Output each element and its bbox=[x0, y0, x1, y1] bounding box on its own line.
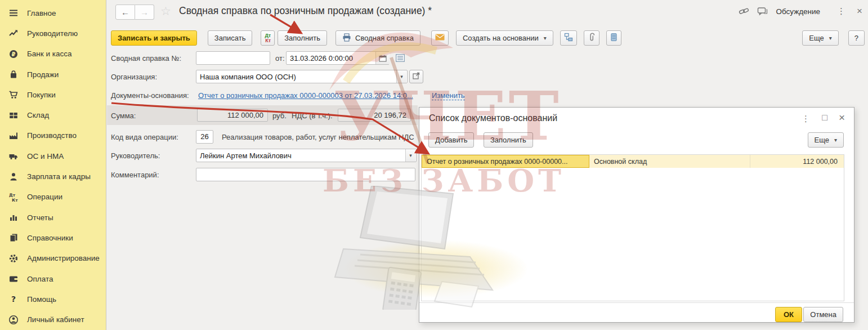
favorite-star-icon[interactable]: ☆ bbox=[160, 5, 171, 18]
save-close-button[interactable]: Записать и закрыть bbox=[111, 30, 197, 46]
dtkt-icon: ДтКт bbox=[8, 192, 19, 202]
sidebar-item-warehouse[interactable]: Склад bbox=[0, 105, 106, 125]
app-window: Главное Руководителю ₽ Банк и касса Прод… bbox=[0, 0, 868, 330]
organization-input[interactable]: Наша компания ООО (ОСН) ▾ bbox=[196, 70, 408, 83]
chevron-down-icon[interactable]: ▾ bbox=[405, 149, 415, 162]
row-document-cell[interactable]: Отчет о розничных продажах 0000-00000... bbox=[422, 155, 589, 168]
svg-text:?: ? bbox=[11, 295, 16, 304]
sum-value: 112 000,00 bbox=[197, 109, 268, 122]
more-button[interactable]: Еще ▾ bbox=[802, 30, 838, 46]
sidebar-item-main[interactable]: Главное bbox=[0, 3, 106, 23]
svg-text:₽: ₽ bbox=[12, 51, 16, 57]
page-title: Сводная справка по розничным продажам (с… bbox=[179, 5, 432, 17]
sidebar-item-reports[interactable]: Отчеты bbox=[0, 207, 106, 228]
question-icon: ? bbox=[8, 294, 19, 304]
sidebar-item-bank[interactable]: ₽ Банк и касса bbox=[0, 44, 106, 64]
sidebar-item-administration[interactable]: Администрирование bbox=[0, 248, 106, 269]
modal-fill-button[interactable]: Заполнить bbox=[484, 132, 533, 148]
ok-button[interactable]: ОК bbox=[775, 307, 802, 322]
sidebar-item-label: Склад bbox=[27, 111, 49, 119]
base-docs-link[interactable]: Отчет о розничных продажах 0000-000003 о… bbox=[198, 91, 413, 100]
row-warehouse-cell[interactable]: Основной склад bbox=[589, 155, 750, 168]
table-row[interactable]: Отчет о розничных продажах 0000-00000...… bbox=[422, 155, 844, 168]
create-based-label: Создать на основании bbox=[463, 34, 539, 42]
summary-report-label: Сводная справка bbox=[355, 34, 414, 42]
dtkt-icon: Дт Кт bbox=[265, 33, 271, 43]
number-input[interactable] bbox=[196, 51, 270, 65]
more-label: Еще bbox=[815, 136, 829, 144]
sidebar-item-account[interactable]: Личный кабинет bbox=[0, 309, 106, 329]
dtkt-postings-button[interactable]: Дт Кт bbox=[261, 30, 275, 46]
save-close-label: Записать и закрыть bbox=[118, 34, 190, 42]
modal-more-button[interactable]: Еще ▾ bbox=[808, 132, 844, 148]
row-amount-cell[interactable]: 112 000,00 bbox=[750, 155, 844, 168]
sidebar-item-payment[interactable]: Оплата bbox=[0, 269, 106, 289]
header-kebab-icon[interactable]: ⋮ bbox=[837, 7, 845, 15]
link-icon[interactable] bbox=[739, 7, 749, 16]
sidebar-item-production[interactable]: Производство bbox=[0, 126, 106, 146]
attachments-button[interactable] bbox=[584, 30, 599, 46]
bag-icon bbox=[8, 69, 19, 79]
structure-icon bbox=[564, 33, 573, 43]
account-icon bbox=[8, 315, 19, 325]
related-documents-button[interactable] bbox=[560, 30, 577, 46]
sidebar-item-help[interactable]: ? Помощь bbox=[0, 289, 106, 309]
person-icon bbox=[8, 172, 19, 182]
barchart-icon bbox=[8, 212, 19, 222]
sidebar-item-purchases[interactable]: Покупки bbox=[0, 84, 106, 105]
change-link[interactable]: Изменить bbox=[432, 91, 465, 100]
chevron-down-icon[interactable]: ▾ bbox=[396, 70, 406, 83]
fill-label: Заполнить bbox=[284, 34, 320, 42]
manager-value: Лейкин Артем Михайлович bbox=[200, 151, 405, 160]
fill-button[interactable]: Заполнить bbox=[278, 30, 327, 46]
forward-button[interactable]: → bbox=[135, 5, 154, 20]
sidebar-item-label: Оплата bbox=[27, 275, 53, 283]
date-label: от: bbox=[275, 54, 285, 63]
sidebar-item-manager[interactable]: Руководителю bbox=[0, 23, 106, 43]
report-list-button[interactable] bbox=[606, 30, 621, 46]
create-based-button[interactable]: Создать на основании ▾ bbox=[456, 30, 553, 46]
email-button[interactable] bbox=[431, 30, 449, 46]
sidebar-item-sales[interactable]: Продажи bbox=[0, 64, 106, 84]
list-select-icon[interactable] bbox=[395, 53, 405, 63]
window-header: ← → ☆ Сводная справка по розничным прода… bbox=[107, 0, 868, 24]
chevron-down-icon: ▾ bbox=[834, 137, 837, 143]
open-organization-button[interactable] bbox=[409, 70, 423, 83]
calendar-icon[interactable] bbox=[375, 52, 390, 64]
window-close-icon[interactable]: × bbox=[857, 6, 862, 17]
ok-label: ОК bbox=[784, 310, 794, 319]
modal-maximize-icon[interactable]: □ bbox=[822, 113, 827, 123]
open-icon bbox=[413, 72, 420, 82]
wallet-icon bbox=[8, 274, 19, 284]
manager-input[interactable]: Лейкин Артем Михайлович ▾ bbox=[196, 149, 417, 162]
sum-label: Сумма: bbox=[111, 112, 136, 120]
discussion-icon[interactable] bbox=[757, 7, 768, 16]
cancel-button[interactable]: Отмена bbox=[803, 307, 843, 322]
sidebar-item-payroll[interactable]: Зарплата и кадры bbox=[0, 166, 106, 186]
save-button[interactable]: Записать bbox=[208, 30, 253, 46]
discussion-label[interactable]: Обсуждение bbox=[776, 7, 820, 16]
history-nav: ← → bbox=[115, 5, 154, 20]
sidebar-item-directories[interactable]: Справочники bbox=[0, 228, 106, 248]
organization-label: Организация: bbox=[111, 73, 157, 81]
help-label: ? bbox=[854, 34, 858, 42]
ruble-icon: ₽ bbox=[8, 49, 19, 59]
sidebar-item-operations[interactable]: ДтКт Операции bbox=[0, 187, 106, 207]
back-button[interactable]: ← bbox=[115, 5, 135, 20]
summary-report-button[interactable]: Сводная справка bbox=[335, 30, 420, 46]
comment-input[interactable] bbox=[196, 168, 415, 181]
modal-kebab-icon[interactable]: ⋮ bbox=[802, 114, 810, 124]
op-code-label: Код вида операции: bbox=[111, 133, 178, 141]
modal-close-icon[interactable]: × bbox=[839, 112, 845, 124]
vat-label: НДС (в т.ч.): bbox=[292, 112, 333, 120]
sidebar-item-os-nma[interactable]: ОС и НМА bbox=[0, 146, 106, 166]
sidebar-item-label: Личный кабинет bbox=[27, 315, 84, 324]
comment-label: Комментарий: bbox=[111, 171, 159, 179]
fill-label: Заполнить bbox=[490, 136, 526, 144]
envelope-icon bbox=[435, 34, 445, 42]
help-button[interactable]: ? bbox=[848, 30, 865, 46]
op-code-input[interactable]: 26 bbox=[196, 130, 213, 144]
sidebar-item-label: Отчеты bbox=[27, 213, 53, 222]
date-input[interactable]: 31.03.2026 0:00:00 bbox=[286, 51, 390, 65]
modal-add-button[interactable]: Добавить bbox=[428, 132, 474, 148]
